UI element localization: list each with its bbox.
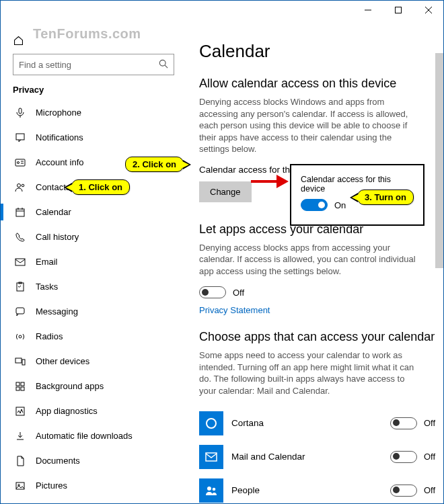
svg-marker-37 bbox=[276, 175, 289, 188]
calendar-icon bbox=[14, 206, 26, 218]
svg-rect-21 bbox=[16, 308, 24, 314]
sidebar-item-auto-file-downloads[interactable]: Automatic file downloads bbox=[13, 423, 179, 448]
sidebar-item-other-devices[interactable]: Other devices bbox=[13, 349, 179, 374]
privacy-statement-link[interactable]: Privacy Statement bbox=[199, 305, 435, 315]
sidebar-item-tasks[interactable]: Tasks bbox=[13, 274, 179, 299]
svg-rect-24 bbox=[22, 360, 25, 365]
sidebar-item-label: Other devices bbox=[36, 356, 89, 366]
app-toggle-cortana[interactable]: Off bbox=[390, 417, 435, 429]
contacts-icon bbox=[14, 181, 26, 194]
red-arrow-icon bbox=[250, 171, 290, 192]
svg-rect-33 bbox=[206, 453, 217, 461]
popup-toggle-label: On bbox=[334, 200, 346, 210]
desc-allow-access: Denying access blocks Windows and apps f… bbox=[199, 96, 421, 155]
let-apps-toggle[interactable]: Off bbox=[199, 286, 435, 298]
main-content: Calendar Allow calendar access on this d… bbox=[186, 21, 443, 503]
notifications-icon bbox=[14, 132, 26, 144]
svg-rect-28 bbox=[21, 387, 24, 390]
svg-rect-6 bbox=[19, 108, 22, 114]
callout-2: 2. Click on bbox=[125, 157, 184, 172]
mail-icon bbox=[199, 445, 223, 469]
svg-point-35 bbox=[213, 487, 216, 491]
cortana-icon bbox=[199, 411, 223, 435]
sidebar: Find a setting Privacy Microphone Notifi… bbox=[1, 21, 186, 503]
app-toggle-mail[interactable]: Off bbox=[390, 451, 435, 463]
app-toggle-people[interactable]: Off bbox=[390, 485, 435, 497]
sidebar-item-label: App diagnostics bbox=[36, 406, 98, 416]
sidebar-item-calendar[interactable]: Calendar bbox=[13, 200, 179, 224]
maximize-button[interactable] bbox=[383, 1, 413, 19]
documents-icon bbox=[14, 455, 26, 467]
toggle-label: Off bbox=[233, 288, 244, 298]
desc-choose-apps: Some apps need to access your calendar t… bbox=[199, 349, 421, 396]
close-button[interactable] bbox=[413, 1, 443, 19]
messaging-icon bbox=[14, 306, 26, 318]
scrollbar[interactable] bbox=[435, 53, 443, 268]
app-name: Cortana bbox=[231, 418, 382, 428]
svg-rect-1 bbox=[395, 7, 401, 13]
svg-point-4 bbox=[159, 60, 165, 66]
sidebar-item-documents[interactable]: Documents bbox=[13, 448, 179, 473]
sidebar-item-microphone[interactable]: Microphone bbox=[13, 100, 179, 125]
tasks-icon bbox=[14, 281, 26, 293]
microphone-icon bbox=[14, 107, 26, 119]
app-row-people: People Off bbox=[199, 474, 435, 503]
app-diagnostics-icon bbox=[14, 405, 26, 417]
app-list: Cortana Off Mail and Calendar Off People… bbox=[199, 407, 435, 503]
svg-point-13 bbox=[22, 184, 24, 187]
sidebar-item-pictures[interactable]: Pictures bbox=[13, 473, 179, 498]
svg-point-12 bbox=[17, 183, 21, 187]
svg-point-34 bbox=[207, 487, 211, 491]
sidebar-item-label: Calendar bbox=[36, 207, 71, 217]
people-icon bbox=[199, 478, 223, 503]
search-input[interactable]: Find a setting bbox=[13, 54, 174, 75]
sidebar-item-radios[interactable]: Radios bbox=[13, 324, 179, 349]
minimize-button[interactable] bbox=[353, 1, 383, 19]
background-apps-icon bbox=[14, 380, 26, 392]
svg-rect-7 bbox=[16, 134, 24, 140]
sidebar-item-label: Messaging bbox=[36, 306, 78, 317]
svg-line-5 bbox=[165, 65, 168, 68]
svg-rect-25 bbox=[16, 382, 20, 386]
download-icon bbox=[14, 430, 26, 442]
page-title: Calendar bbox=[199, 41, 435, 62]
sidebar-item-label: Email bbox=[36, 257, 58, 267]
app-row-mail: Mail and Calendar Off bbox=[199, 440, 435, 474]
home-icon[interactable] bbox=[13, 38, 24, 48]
svg-rect-30 bbox=[16, 482, 24, 489]
change-button[interactable]: Change bbox=[199, 181, 252, 202]
svg-rect-29 bbox=[16, 407, 24, 415]
callout-3: 3. Turn on bbox=[357, 190, 414, 205]
svg-rect-27 bbox=[16, 387, 20, 390]
back-button[interactable] bbox=[13, 21, 32, 27]
svg-rect-14 bbox=[16, 209, 24, 216]
sidebar-item-label: Notifications bbox=[36, 132, 83, 142]
app-name: People bbox=[231, 485, 382, 495]
sidebar-item-call-history[interactable]: Call history bbox=[13, 224, 179, 249]
svg-rect-18 bbox=[15, 259, 25, 265]
sidebar-item-notifications[interactable]: Notifications bbox=[13, 125, 179, 150]
account-info-icon bbox=[14, 157, 26, 169]
heading-choose-apps: Choose apps that can access your calenda… bbox=[199, 330, 435, 344]
app-name: Mail and Calendar bbox=[231, 452, 382, 462]
app-row-cortana: Cortana Off bbox=[199, 407, 435, 440]
callout-1: 1. Click on bbox=[71, 179, 130, 195]
sidebar-item-app-diagnostics[interactable]: App diagnostics bbox=[13, 398, 179, 423]
sidebar-item-background-apps[interactable]: Background apps bbox=[13, 374, 179, 398]
sidebar-item-label: Automatic file downloads bbox=[36, 431, 133, 441]
call-history-icon bbox=[14, 231, 26, 243]
sidebar-item-label: Account info bbox=[36, 157, 84, 167]
search-icon bbox=[159, 59, 168, 71]
sidebar-item-label: Call history bbox=[36, 232, 79, 242]
sidebar-item-label: Tasks bbox=[36, 282, 58, 292]
desc-let-apps: Denying access blocks apps from accessin… bbox=[199, 242, 421, 278]
search-placeholder: Find a setting bbox=[19, 60, 71, 70]
svg-rect-26 bbox=[21, 382, 24, 386]
radios-icon bbox=[14, 331, 26, 343]
sidebar-item-email[interactable]: Email bbox=[13, 249, 179, 274]
sidebar-item-label: Background apps bbox=[36, 381, 104, 391]
sidebar-item-label: Pictures bbox=[36, 480, 67, 491]
sidebar-item-messaging[interactable]: Messaging bbox=[13, 299, 179, 324]
svg-point-22 bbox=[19, 335, 22, 338]
sidebar-item-label: Radios bbox=[36, 331, 63, 341]
